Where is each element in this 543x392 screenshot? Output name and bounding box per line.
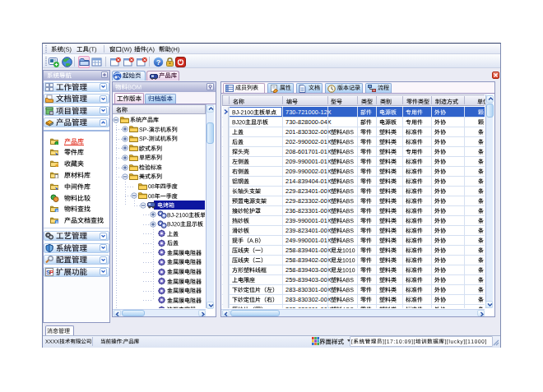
svg-text:?: ? xyxy=(156,58,161,67)
svg-text:P: P xyxy=(49,269,53,276)
